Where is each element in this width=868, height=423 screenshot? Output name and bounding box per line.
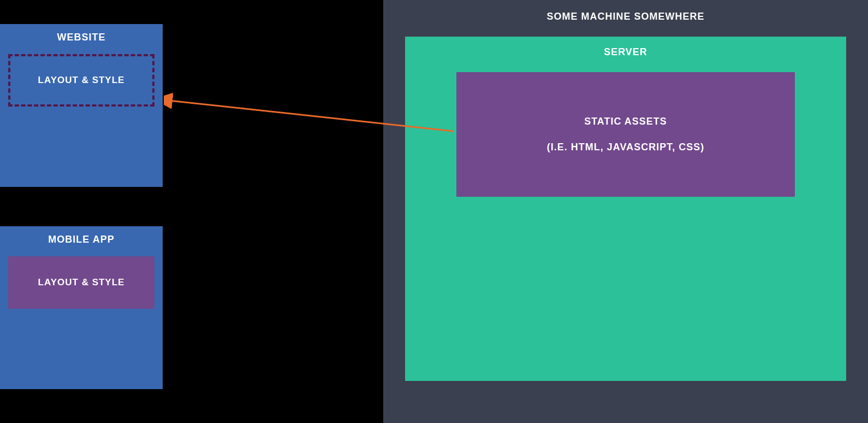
website-title: WEBSITE: [8, 32, 154, 43]
layout-style-label: LAYOUT & STYLE: [38, 75, 125, 85]
machine-title: SOME MACHINE SOMEWHERE: [405, 11, 846, 22]
static-assets-subtitle: (I.E. HTML, JAVASCRIPT, CSS): [547, 142, 704, 153]
machine-box: SOME MACHINE SOMEWHERE SERVER STATIC ASS…: [383, 0, 868, 423]
website-box: WEBSITE LAYOUT & STYLE: [0, 24, 163, 187]
static-assets-title: STATIC ASSETS: [584, 116, 667, 127]
server-box: SERVER STATIC ASSETS (I.E. HTML, JAVASCR…: [405, 37, 846, 381]
layout-style-dashed-box: LAYOUT & STYLE: [8, 54, 154, 107]
layout-style-solid-box: LAYOUT & STYLE: [8, 256, 154, 309]
server-title: SERVER: [430, 46, 821, 58]
static-assets-box: STATIC ASSETS (I.E. HTML, JAVASCRIPT, CS…: [456, 72, 795, 197]
mobile-app-title: MOBILE APP: [8, 234, 154, 245]
mobile-app-box: MOBILE APP LAYOUT & STYLE: [0, 226, 163, 389]
layout-style-label: LAYOUT & STYLE: [38, 277, 125, 287]
